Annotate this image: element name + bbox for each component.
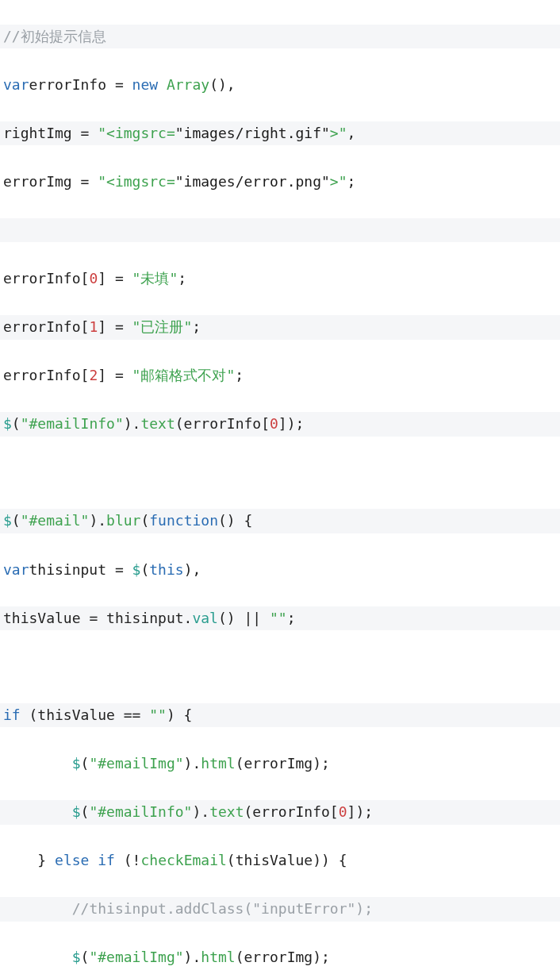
string: <imgsrc=	[106, 173, 175, 190]
string-inner: images/right.gif	[184, 125, 321, 141]
punct: (!	[115, 852, 141, 868]
code-line: errorImg = "<imgsrc="images/error.png">"…	[0, 170, 560, 194]
string: "#email"	[21, 512, 90, 529]
jquery-dollar: $	[72, 949, 81, 965]
code-block: //初始提示信息 varerrorInfo = new Array(), rig…	[0, 0, 560, 970]
punct: () ||	[218, 610, 270, 626]
string-inner: images/error.png	[184, 173, 321, 190]
punct: [	[81, 367, 90, 383]
punct: (errorInfo[	[244, 803, 338, 820]
string-inner: "	[175, 173, 184, 190]
identifier: errorInfo	[3, 367, 81, 383]
identifier: errorInfo	[3, 270, 81, 287]
punct: ]	[98, 318, 106, 335]
string-inner: "	[321, 125, 330, 141]
jquery-dollar: $	[132, 561, 141, 578]
identifier: errorInfo	[29, 76, 107, 93]
number: 0	[89, 270, 98, 287]
comment-text: //thisinput.addClass("inputError");	[72, 900, 373, 917]
punct: ).	[192, 803, 209, 820]
identifier: errorImg	[3, 173, 72, 190]
keyword: if	[98, 852, 115, 868]
code-line: rightImg = "<imgsrc="images/right.gif">"…	[0, 121, 560, 146]
string: "#emailInfo"	[21, 415, 124, 432]
jquery-dollar: $	[3, 415, 12, 432]
punct: ).	[184, 755, 201, 772]
punct: (thisValue ==	[21, 706, 150, 723]
punct: (	[12, 415, 21, 432]
indent	[3, 755, 72, 772]
string: "未填"	[132, 270, 178, 287]
punct: ;	[347, 173, 356, 190]
method: html	[201, 949, 235, 965]
string: >	[330, 173, 339, 190]
keyword: if	[3, 706, 21, 723]
method: text	[209, 803, 244, 820]
punct: (errorImg);	[236, 949, 330, 965]
keyword: var	[3, 561, 29, 578]
punct: (	[81, 803, 90, 820]
indent	[3, 803, 72, 820]
method: checkEmail	[140, 852, 226, 868]
string: "	[98, 125, 106, 141]
punct: ,	[347, 125, 356, 141]
number: 0	[339, 803, 347, 820]
number: 0	[270, 415, 278, 432]
jquery-dollar: $	[72, 803, 81, 820]
punct: (errorInfo[	[175, 415, 270, 432]
code-line: $("#emailImg").html(errorImg);	[0, 945, 560, 970]
string: >	[330, 125, 339, 141]
keyword: new	[132, 76, 159, 93]
op: =	[72, 125, 98, 141]
class-name: Array	[167, 76, 209, 93]
punct: (	[12, 512, 21, 529]
punct: (errorImg);	[236, 755, 330, 772]
punct: ]);	[278, 415, 305, 432]
identifier: thisValue	[3, 610, 81, 626]
keyword: function	[149, 512, 218, 529]
space	[158, 76, 167, 93]
string-inner: "	[175, 125, 184, 141]
punct: ) {	[167, 706, 193, 723]
punct: ).	[184, 949, 201, 965]
code-line: //thisinput.addClass("inputError");	[0, 897, 560, 922]
string: "邮箱格式不对"	[132, 367, 236, 383]
keyword: else	[55, 852, 89, 868]
punct: (thisValue)) {	[227, 852, 347, 868]
code-line: $("#email").blur(function() {	[0, 509, 560, 533]
punct: ]	[98, 367, 106, 383]
method: val	[192, 610, 218, 626]
method: html	[201, 755, 235, 772]
space	[89, 852, 98, 868]
code-line-blank	[0, 655, 560, 679]
number: 2	[89, 367, 98, 383]
number: 1	[89, 318, 98, 335]
op: =	[106, 367, 132, 383]
code-line: errorInfo[0] = "未填";	[0, 267, 560, 291]
punct: (),	[209, 76, 236, 93]
method: text	[140, 415, 175, 432]
punct: ).	[124, 415, 141, 432]
code-line: if (thisValue == "") {	[0, 703, 560, 728]
string: ""	[270, 610, 287, 626]
code-line: varerrorInfo = new Array(),	[0, 73, 560, 98]
op: =	[106, 318, 132, 335]
code-line: varthisinput = $(this),	[0, 558, 560, 583]
punct: }	[37, 852, 55, 868]
punct: ;	[287, 610, 296, 626]
code-line: $("#emailInfo").text(errorInfo[0]);	[0, 412, 560, 437]
code-line: errorInfo[1] = "已注册";	[0, 315, 560, 340]
punct: ),	[184, 561, 201, 578]
op: = thisinput.	[81, 610, 193, 626]
identifier: thisinput	[29, 561, 107, 578]
string-inner: "	[321, 173, 330, 190]
code-line: //初始提示信息	[0, 25, 560, 49]
op: =	[106, 270, 132, 287]
punct: ;	[235, 367, 244, 383]
code-line: errorInfo[2] = "邮箱格式不对";	[0, 364, 560, 388]
punct: ;	[192, 318, 201, 335]
string: "	[98, 173, 106, 190]
string: "#emailInfo"	[89, 803, 192, 820]
code-line: $("#emailImg").html(errorImg);	[0, 752, 560, 776]
op: =	[106, 561, 132, 578]
